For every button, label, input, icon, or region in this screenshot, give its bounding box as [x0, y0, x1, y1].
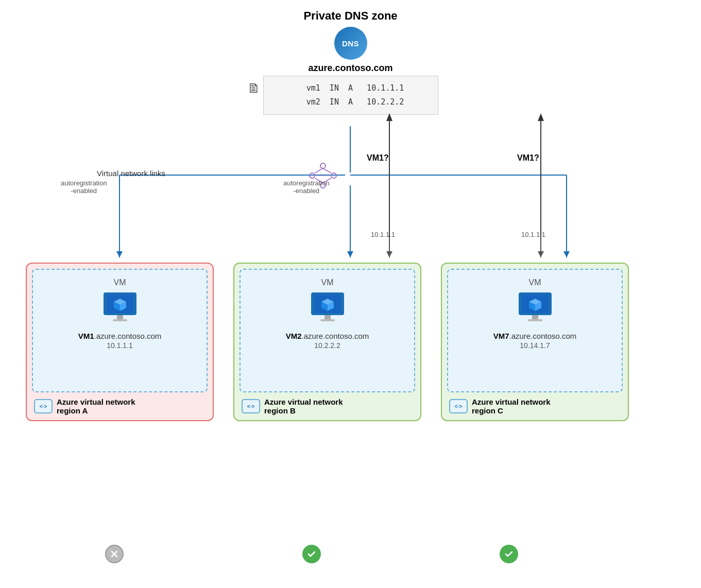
svg-marker-8: [563, 251, 570, 257]
svg-marker-12: [538, 113, 544, 121]
status-row: [26, 545, 597, 563]
region-c-bottom: <·> Azure virtual networkregion C: [447, 397, 623, 415]
vm1-query-right: VM1?: [517, 153, 539, 163]
region-b-bottom: <·> Azure virtual networkregion B: [240, 397, 415, 415]
region-c-vm-label: VM: [529, 278, 541, 287]
svg-marker-5: [347, 251, 353, 257]
svg-marker-3: [116, 251, 123, 257]
svg-point-17: [320, 163, 326, 168]
svg-point-20: [310, 173, 315, 178]
vm1-query-left: VM1?: [367, 153, 389, 163]
ip-answer-center: 10.1.1.1: [371, 231, 395, 238]
status-cell-a: [26, 545, 203, 563]
dns-zone-title: Private DNS zone: [303, 9, 397, 23]
vnet-links-label: Virtual network links: [97, 169, 165, 178]
region-a-outer: VM VM1.azure.contoso.com: [26, 263, 214, 421]
region-b-vm-ip: 10.2.2.2: [314, 341, 340, 350]
region-c-vm-icon: [515, 291, 556, 326]
dns-record-1: vm1 IN A 10.1.1.1: [284, 81, 417, 95]
svg-text:<·>: <·>: [455, 404, 463, 409]
region-c-name: Azure virtual networkregion C: [472, 397, 551, 415]
svg-marker-16: [538, 251, 544, 257]
region-c-outer: VM VM7.azure.contoso.com 10.14.1.7: [441, 263, 629, 421]
dns-icon: DNS: [334, 27, 367, 60]
region-b-inner: VM VM2.azure.contoso.com 10.2.2.2: [240, 269, 415, 392]
region-b-outer: VM VM2.azure.contoso.com 10.2.2.2: [233, 263, 421, 421]
region-b-vm-icon: [307, 291, 348, 326]
svg-rect-32: [117, 315, 123, 319]
region-c-vm-name: VM7.azure.contoso.com: [493, 332, 577, 340]
check-icon-c: [503, 548, 515, 560]
region-c-vm-ip: 10.14.1.7: [520, 341, 550, 350]
svg-line-21: [323, 168, 331, 173]
svg-text:<·>: <·>: [40, 404, 47, 409]
svg-rect-33: [113, 319, 127, 321]
svg-rect-51: [528, 319, 542, 321]
region-a-vm-name: VM1.azure.contoso.com: [78, 332, 162, 340]
region-b-vm-name: VM2.azure.contoso.com: [286, 332, 369, 340]
region-c-inner: VM VM7.azure.contoso.com 10.14.1.7: [447, 269, 623, 392]
check-icon-b: [306, 548, 317, 560]
status-success-icon-c: [500, 545, 518, 563]
region-b-name: Azure virtual networkregion B: [264, 397, 343, 415]
autoreg-label-left: autoregistration-enabled: [61, 179, 107, 195]
region-c-vnet-icon: <·>: [449, 399, 468, 413]
status-cell-c: [420, 545, 597, 563]
svg-text:<·>: <·>: [247, 404, 255, 409]
svg-marker-14: [386, 251, 392, 257]
zone-name: azure.contoso.com: [308, 63, 392, 74]
region-a-bottom: <·> Azure virtual networkregion A: [32, 397, 208, 415]
dns-icon-label: DNS: [342, 39, 359, 48]
svg-line-23: [315, 168, 323, 173]
document-icon: 🗎: [247, 80, 261, 96]
status-cell-b: [223, 545, 401, 563]
region-b-vm-label: VM: [321, 278, 334, 287]
dns-record-2: vm2 IN A 10.2.2.2: [284, 95, 417, 109]
svg-rect-50: [532, 315, 538, 319]
ip-answer-right: 10.1.1.1: [521, 231, 545, 238]
status-success-icon-b: [302, 545, 321, 563]
region-a-name: Azure virtual networkregion A: [57, 397, 135, 415]
region-a-inner: VM VM1.azure.contoso.com: [32, 269, 208, 392]
dns-records-box: 🗎 vm1 IN A 10.1.1.1 vm2 IN A 10.2.2.2: [263, 76, 438, 115]
svg-rect-42: [320, 319, 335, 321]
regions-row: VM VM1.azure.contoso.com: [26, 263, 629, 421]
svg-rect-41: [324, 315, 331, 319]
region-a-vm-label: VM: [114, 278, 126, 287]
region-a-vnet-icon: <·>: [34, 399, 53, 413]
region-a-vm-icon: [99, 291, 141, 326]
svg-point-18: [331, 173, 336, 178]
status-error-icon: [105, 545, 124, 563]
x-icon: [109, 548, 120, 560]
diagram-container: Private DNS zone DNS azure.contoso.com 🗎…: [0, 0, 701, 588]
region-a-vm-ip: 10.1.1.1: [107, 341, 133, 350]
region-b-vnet-icon: <·>: [242, 399, 260, 413]
autoreg-label-center: autoregistration-enabled: [283, 179, 330, 195]
